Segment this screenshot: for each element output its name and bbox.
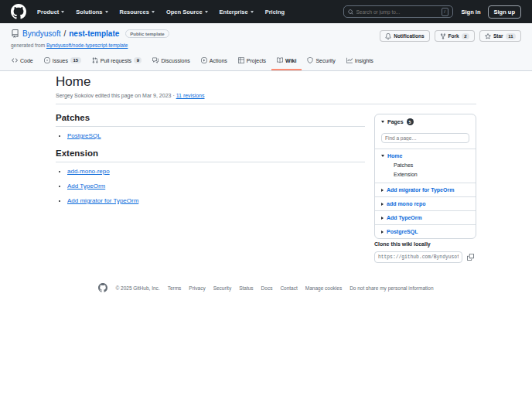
menu-item-enterprise[interactable]: Enterprise — [220, 9, 254, 15]
find-page-input[interactable] — [381, 133, 469, 143]
tab-security[interactable]: Security — [302, 52, 340, 70]
menu-label: Resources — [120, 9, 149, 15]
tab-label: Wiki — [285, 58, 296, 63]
wiki-link-add-mono-repo[interactable]: add-mono-repo — [67, 168, 110, 175]
tab-discussions[interactable]: Discussions — [147, 52, 195, 70]
extension-list: add-mono-repo Add TypeOrm Add migrator f… — [56, 168, 365, 204]
list-item: Add TypeOrm — [67, 183, 365, 189]
caret-right-icon — [381, 189, 384, 192]
footer-link-contact[interactable]: Contact — [280, 285, 297, 291]
projects-icon — [238, 57, 244, 63]
toc-link-extension[interactable]: Extension — [394, 172, 469, 177]
footer-link-do-not-share[interactable]: Do not share my personal information — [350, 285, 433, 291]
home-link[interactable]: Home — [387, 153, 402, 159]
wiki-link-add-typeorm[interactable]: Add TypeOrm — [67, 183, 105, 189]
star-label: Star — [493, 33, 503, 39]
menu-label: Solutions — [76, 9, 102, 15]
menu-item-resources[interactable]: Resources — [120, 9, 155, 15]
footer-link-terms[interactable]: Terms — [168, 285, 182, 291]
collapse-caret-icon — [381, 121, 384, 123]
chevron-down-icon — [251, 11, 254, 13]
tab-actions[interactable]: Actions — [196, 52, 233, 70]
repo-owner-link[interactable]: Byndyusoft — [22, 29, 60, 38]
footer-link-security[interactable]: Security — [213, 285, 231, 291]
fork-count: 2 — [462, 33, 469, 39]
tab-code[interactable]: Code — [6, 52, 39, 70]
list-item: add-mono-repo — [67, 168, 365, 175]
tab-pull-requests[interactable]: Pull requests 9 — [87, 52, 148, 70]
home-children: Patches Extension — [375, 162, 476, 183]
notifications-button[interactable]: Notifications — [380, 30, 429, 42]
menu-label: Pricing — [265, 9, 285, 15]
clone-url-input[interactable] — [374, 251, 462, 263]
footer-link-status[interactable]: Status — [239, 285, 253, 291]
menu-item-pricing[interactable]: Pricing — [265, 9, 285, 15]
clone-heading: Clone this wiki locally — [374, 241, 476, 247]
page-link-postgresql[interactable]: PostgreSQL — [387, 229, 418, 234]
page-byline: Sergey Sokolov edited this page on Mar 9… — [56, 93, 205, 98]
repo-name-link[interactable]: nest-template — [69, 29, 119, 38]
tree-item-add-migrator[interactable]: Add migrator for TypeOrm — [375, 183, 476, 196]
tree-item-add-typeorm[interactable]: Add TypeOrm — [375, 210, 476, 224]
copy-url-button[interactable] — [465, 251, 476, 263]
fork-button[interactable]: Fork 2 — [435, 30, 475, 42]
menu-item-solutions[interactable]: Solutions — [76, 9, 107, 15]
section-heading-patches: Patches — [56, 113, 365, 127]
footer-link-docs[interactable]: Docs — [261, 285, 273, 291]
clone-row — [374, 251, 476, 263]
tree-item-postgresql[interactable]: PostgreSQL — [375, 224, 476, 238]
footer-link-privacy[interactable]: Privacy — [189, 285, 205, 291]
tree-item-add-mono-repo[interactable]: add mono repo — [375, 196, 476, 210]
search-input[interactable] — [356, 9, 438, 15]
page-footer: © 2025 GitHub, Inc. Terms Privacy Securi… — [0, 283, 532, 292]
page-link-add-mono-repo[interactable]: add mono repo — [387, 201, 426, 207]
caret-down-icon — [381, 155, 384, 157]
menu-label: Product — [37, 9, 59, 15]
chevron-down-icon — [61, 11, 64, 13]
footer-link-manage-cookies[interactable]: Manage cookies — [305, 285, 342, 291]
wiki-link-postgresql[interactable]: PostgreSQL — [67, 132, 101, 139]
toc-link-patches[interactable]: Patches — [394, 162, 469, 168]
tab-issues[interactable]: Issues 15 — [39, 52, 87, 70]
search-icon — [348, 9, 353, 15]
pull-requests-count: 9 — [134, 57, 142, 63]
repo-title: Byndyusoft / nest-template Public templa… — [11, 29, 169, 38]
discussions-icon — [152, 57, 159, 63]
repo-separator: / — [63, 29, 66, 38]
page-link-add-migrator[interactable]: Add migrator for TypeOrm — [387, 187, 454, 193]
menu-item-open-source[interactable]: Open Source — [166, 9, 208, 15]
pages-label: Pages — [387, 119, 404, 125]
fork-label: Fork — [448, 33, 459, 39]
patches-list: PostgreSQL — [56, 132, 365, 139]
caret-right-icon — [381, 203, 384, 206]
menu-item-product[interactable]: Product — [37, 9, 64, 15]
slash-key-hint: / — [442, 8, 448, 16]
tab-insights[interactable]: Insights — [341, 52, 379, 70]
issues-count: 15 — [70, 57, 81, 63]
tab-wiki[interactable]: Wiki — [271, 52, 302, 70]
pull-request-icon — [92, 57, 98, 63]
sign-up-button[interactable]: Sign up — [488, 5, 522, 19]
star-button[interactable]: Star 11 — [479, 30, 521, 42]
global-search-box[interactable]: / — [343, 5, 453, 18]
tab-projects[interactable]: Projects — [233, 52, 271, 70]
repo-action-buttons: Notifications Fork 2 Star 11 — [380, 30, 521, 42]
shield-icon — [307, 57, 313, 63]
generated-from-link[interactable]: Byndyusoft/node-typescript-template — [46, 43, 128, 48]
revisions-link[interactable]: 11 revisions — [176, 93, 205, 98]
page-link-add-typeorm[interactable]: Add TypeOrm — [387, 215, 422, 220]
sign-in-link[interactable]: Sign in — [462, 9, 481, 15]
wiki-content: Patches PostgreSQL Extension add-mono-re… — [56, 106, 365, 213]
github-logo-icon[interactable] — [11, 4, 26, 19]
pages-header[interactable]: Pages 5 — [375, 114, 476, 129]
generated-from-line: generated from Byndyusoft/node-typescrip… — [11, 43, 128, 48]
section-heading-extension: Extension — [56, 148, 365, 162]
tree-item-home[interactable]: Home — [375, 148, 476, 162]
pages-sidebar: Pages 5 Home Patches Extension Add migra… — [374, 114, 476, 239]
caret-right-icon — [381, 230, 384, 234]
tab-label: Insights — [355, 58, 373, 63]
wiki-link-add-migrator[interactable]: Add migrator for TypeOrm — [67, 197, 138, 204]
copyright-text: © 2025 GitHub, Inc. — [115, 285, 159, 291]
chevron-down-icon — [105, 11, 108, 13]
star-icon — [485, 33, 491, 39]
